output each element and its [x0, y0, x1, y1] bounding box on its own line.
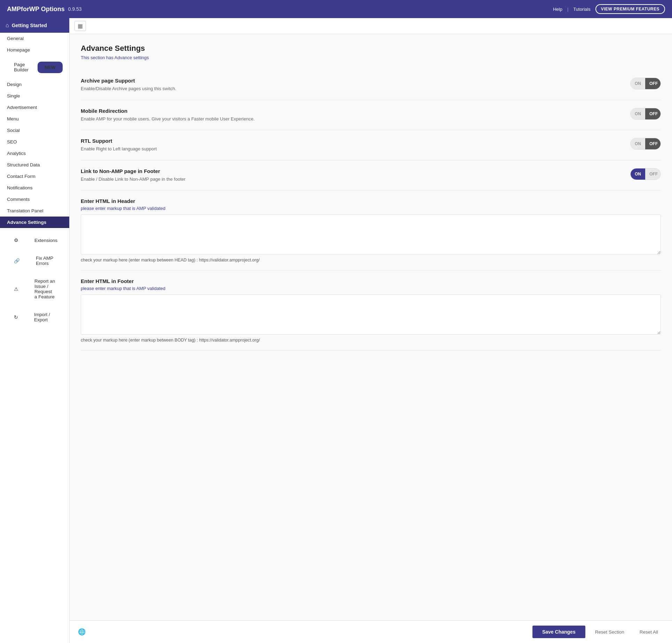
toggle-on-archive[interactable]: ON — [631, 78, 645, 89]
sidebar-item-design[interactable]: Design — [0, 79, 69, 90]
sidebar-link-import-export[interactable]: ↻ Import / Export — [0, 306, 69, 329]
sidebar-link-notifications[interactable]: Notifications — [0, 182, 69, 194]
sidebar-item-advertisement[interactable]: Advertisement — [0, 102, 69, 113]
toggle-off-rtl[interactable]: OFF — [645, 138, 661, 149]
sidebar-link-comments[interactable]: Comments — [0, 194, 69, 205]
toolbar-grid-button[interactable]: ▦ — [74, 21, 86, 31]
sidebar-item-report-issue[interactable]: ⚠ Report an Issue / Request a Feature — [0, 272, 69, 306]
setting-desc-rtl: Enable Right to Left language support — [81, 146, 616, 152]
extensions-icon: ⚙ — [7, 234, 25, 246]
sidebar-item-contact-form[interactable]: Contact Form — [0, 171, 69, 182]
toggle-rtl[interactable]: ON OFF — [630, 138, 661, 150]
html-header-section: Enter HTML in Header please enter markup… — [81, 190, 661, 270]
fix-amp-icon: 🔗 — [7, 255, 27, 267]
setting-label-link-non-amp: Link to Non-AMP page in Footer — [81, 168, 616, 174]
sidebar-item-translation-panel[interactable]: Translation Panel — [0, 205, 69, 217]
sidebar-item-seo[interactable]: SEO — [0, 136, 69, 148]
sidebar-item-page-builder[interactable]: Page Builder NEW — [0, 56, 69, 79]
sidebar-item-extensions[interactable]: ⚙ Extensions — [0, 231, 69, 249]
sidebar-link-extensions[interactable]: ⚙ Extensions — [0, 231, 69, 249]
sidebar-nav: General Homepage Page Builder NEW Design… — [0, 33, 69, 329]
main-content: ▦ Advance Settings This section has Adva… — [70, 18, 672, 643]
page-subtitle: This section has Advance settings — [81, 55, 661, 60]
sidebar-item-advance-settings[interactable]: Advance Settings — [0, 217, 69, 228]
setting-label-rtl: RTL Support — [81, 138, 616, 144]
content-area: Advance Settings This section has Advanc… — [70, 34, 672, 620]
header-divider: | — [567, 7, 568, 12]
toggle-on-mobile[interactable]: ON — [631, 108, 645, 119]
sidebar-link-structured-data[interactable]: Structured Data — [0, 159, 69, 171]
sidebar-item-menu[interactable]: Menu — [0, 113, 69, 125]
save-changes-button[interactable]: Save Changes — [532, 626, 585, 638]
setting-desc-archive: Enable/Disable Archive pages using this … — [81, 85, 616, 92]
sidebar-item-import-export[interactable]: ↻ Import / Export — [0, 306, 69, 329]
sidebar-item-homepage[interactable]: Homepage — [0, 44, 69, 56]
setting-label-mobile: Mobile Redirection — [81, 108, 616, 114]
toggle-link-non-amp[interactable]: ON OFF — [630, 168, 661, 180]
setting-archive-page-support: Archive page Support Enable/Disable Arch… — [81, 70, 661, 100]
top-header: AMPforWP Options 0.9.53 Help | Tutorials… — [0, 0, 672, 18]
setting-info-archive: Archive page Support Enable/Disable Arch… — [81, 78, 630, 92]
html-footer-textarea[interactable] — [81, 295, 661, 335]
sidebar-label-advance-settings: Advance Settings — [0, 217, 69, 228]
setting-label-archive: Archive page Support — [81, 78, 616, 84]
setting-mobile-redirection: Mobile Redirection Enable AMP for your m… — [81, 100, 661, 131]
html-header-note: check your markup here (enter markup bet… — [81, 258, 661, 262]
sidebar-link-page-builder[interactable]: Page Builder NEW — [0, 56, 69, 79]
sidebar-link-advertisement[interactable]: Advertisement — [0, 102, 69, 113]
sidebar-item-single[interactable]: Single — [0, 90, 69, 102]
html-footer-section: Enter HTML in Footer please enter markup… — [81, 270, 661, 351]
help-link[interactable]: Help — [553, 7, 562, 12]
sidebar-link-report-issue[interactable]: ⚠ Report an Issue / Request a Feature — [0, 272, 69, 306]
premium-button[interactable]: VIEW PREMIUM FEATURES — [595, 4, 665, 14]
sidebar-item-social[interactable]: Social — [0, 125, 69, 136]
toggle-off-archive[interactable]: OFF — [645, 78, 661, 89]
sidebar-getting-started[interactable]: ⌂ Getting Started — [0, 18, 69, 33]
sidebar-item-general[interactable]: General — [0, 33, 69, 44]
sidebar: ⌂ Getting Started General Homepage Page … — [0, 18, 70, 643]
sidebar-link-homepage[interactable]: Homepage — [0, 44, 69, 56]
setting-rtl-support: RTL Support Enable Right to Left languag… — [81, 130, 661, 160]
sidebar-link-menu[interactable]: Menu — [0, 113, 69, 125]
sidebar-item-analytics[interactable]: Analytics — [0, 148, 69, 159]
toggle-mobile[interactable]: ON OFF — [630, 108, 661, 120]
tutorials-link[interactable]: Tutorials — [573, 7, 590, 12]
setting-info-link-non-amp: Link to Non-AMP page in Footer Enable / … — [81, 168, 630, 183]
header-right: Help | Tutorials VIEW PREMIUM FEATURES — [553, 4, 665, 14]
setting-info-rtl: RTL Support Enable Right to Left languag… — [81, 138, 630, 152]
html-footer-placeholder-desc: please enter markup that is AMP validate… — [81, 286, 661, 291]
header-left: AMPforWP Options 0.9.53 — [7, 6, 82, 13]
home-icon: ⌂ — [6, 22, 9, 29]
sidebar-link-single[interactable]: Single — [0, 90, 69, 102]
toggle-on-rtl[interactable]: ON — [631, 138, 645, 149]
toggle-off-link-non-amp[interactable]: OFF — [645, 168, 661, 180]
sidebar-link-analytics[interactable]: Analytics — [0, 148, 69, 159]
sidebar-item-fix-amp-errors[interactable]: 🔗 Fix AMP Errors — [0, 249, 69, 272]
toggle-archive[interactable]: ON OFF — [630, 78, 661, 89]
app-version: 0.9.53 — [68, 6, 82, 12]
sidebar-divider — [0, 229, 69, 230]
sidebar-link-fix-amp-errors[interactable]: 🔗 Fix AMP Errors — [0, 249, 69, 272]
toggle-on-link-non-amp[interactable]: ON — [631, 168, 645, 180]
setting-link-non-amp: Link to Non-AMP page in Footer Enable / … — [81, 160, 661, 191]
sidebar-link-seo[interactable]: SEO — [0, 136, 69, 148]
sidebar-link-translation-panel[interactable]: Translation Panel — [0, 205, 69, 217]
sidebar-link-design[interactable]: Design — [0, 79, 69, 90]
sidebar-link-social[interactable]: Social — [0, 125, 69, 136]
html-footer-label: Enter HTML in Footer — [81, 278, 661, 284]
getting-started-label: Getting Started — [12, 23, 47, 28]
toolbar: ▦ — [70, 18, 672, 34]
reset-all-button[interactable]: Reset All — [634, 626, 664, 638]
sidebar-link-contact-form[interactable]: Contact Form — [0, 171, 69, 182]
html-header-textarea[interactable] — [81, 214, 661, 254]
main-layout: ⌂ Getting Started General Homepage Page … — [0, 18, 672, 643]
reset-section-button[interactable]: Reset Section — [590, 626, 630, 638]
html-header-placeholder-desc: please enter markup that is AMP validate… — [81, 206, 661, 211]
footer-bar: 🌐 Save Changes Reset Section Reset All — [70, 620, 672, 643]
sidebar-item-structured-data[interactable]: Structured Data — [0, 159, 69, 171]
footer-globe-icon: 🌐 — [78, 628, 86, 636]
sidebar-link-general[interactable]: General — [0, 33, 69, 44]
sidebar-item-comments[interactable]: Comments — [0, 194, 69, 205]
toggle-off-mobile[interactable]: OFF — [645, 108, 661, 119]
sidebar-item-notifications[interactable]: Notifications — [0, 182, 69, 194]
